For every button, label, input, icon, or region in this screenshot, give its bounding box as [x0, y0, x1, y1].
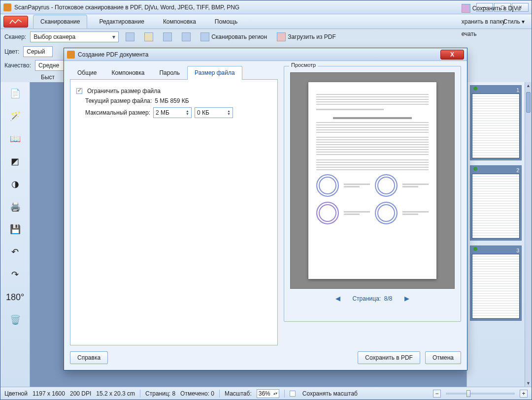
color-select[interactable]: Серый: [23, 46, 53, 57]
btn-save-folder-partial[interactable]: хранить в папку: [459, 15, 524, 28]
quality-label: Качество:: [4, 62, 31, 69]
status-bar: Цветной 1197 x 1600 200 DPI 15.2 x 20.3 …: [0, 387, 532, 400]
spinner-arrows-icon: ▲▼: [186, 110, 189, 116]
preview-area: [290, 72, 455, 289]
pager-prev-button[interactable]: ◀: [335, 295, 340, 302]
main-titlebar: ScanPapyrus - Потоковое сканирование в P…: [0, 0, 532, 14]
status-colormode: Цветной: [4, 390, 28, 397]
ribbon-tab-scan[interactable]: Сканирование: [33, 15, 87, 29]
tool-document[interactable]: 📄: [6, 86, 24, 101]
btn-print-label: ечать: [462, 31, 477, 37]
stamp-icon: [375, 202, 398, 224]
max-size-mb-value: 2 МБ: [156, 109, 169, 116]
dialog-right-column: Просмотр: [284, 66, 461, 345]
preview-document-page: [308, 82, 436, 279]
chevron-down-icon: [112, 33, 115, 40]
save-pdf-button-label: Сохранить в PDF: [365, 354, 413, 361]
tool-wand[interactable]: 🪄: [6, 109, 24, 123]
tool-scanner[interactable]: 🖨️: [6, 199, 24, 214]
thumb-page: [472, 174, 519, 238]
thumb-1[interactable]: 1: [470, 85, 522, 160]
status-dot-icon: [473, 167, 477, 171]
slider-knob[interactable]: [466, 390, 470, 397]
timer-icon: [182, 32, 191, 41]
zoom-in-button[interactable]: +: [520, 390, 528, 398]
ribbon-tab-help[interactable]: Помощь: [208, 15, 244, 28]
quality-select[interactable]: Средне: [35, 60, 65, 71]
thumb-3[interactable]: 3: [470, 246, 522, 321]
preview-group: Просмотр: [284, 66, 461, 322]
region-icon: [200, 32, 209, 41]
tool-book[interactable]: 📖: [6, 131, 24, 146]
btn-load-pdf[interactable]: Загрузить из PDF: [274, 31, 339, 42]
btn-small-1[interactable]: [123, 31, 137, 42]
zoom-value: 36%: [259, 390, 270, 397]
status-dot-icon: [473, 247, 477, 251]
tool-rotate-180[interactable]: 180°: [6, 290, 24, 305]
tool-rotate-left[interactable]: ↶: [6, 245, 24, 259]
tool-icon: [144, 32, 153, 41]
help-button[interactable]: Справка: [70, 351, 108, 364]
limit-size-checkbox[interactable]: ✓: [76, 88, 82, 94]
cancel-button[interactable]: Отмена: [425, 351, 461, 364]
help-button-label: Справка: [77, 354, 100, 361]
dialog-close-button[interactable]: X: [440, 50, 464, 60]
color-label: Цвет:: [4, 48, 19, 55]
keep-zoom-checkbox[interactable]: [290, 391, 296, 397]
stamp-icon: [316, 174, 339, 197]
max-size-mb-input[interactable]: 2 МБ ▲▼: [153, 107, 192, 118]
pager-label: Страница:: [352, 295, 381, 302]
thumbnail-strip: 1 2 3: [466, 82, 525, 387]
btn-small-3[interactable]: [160, 31, 175, 42]
status-dot-icon: [473, 87, 477, 91]
spinner-arrows-icon: ▲▼: [227, 110, 231, 116]
btn-save-djvu[interactable]: Сохранить в DjVu: [459, 1, 524, 15]
thumb-page: [472, 94, 519, 158]
tab-filesize[interactable]: Размер файла: [187, 66, 242, 80]
max-size-kb-input[interactable]: 0 КБ ▲▼: [195, 107, 233, 118]
ribbon-row-1: Сканер: Выбор сканера Сканировать регион…: [0, 29, 532, 45]
stamp-icon: [375, 174, 398, 197]
btn-print-partial[interactable]: ечать: [459, 28, 524, 40]
ribbon-tab-edit[interactable]: Редактирование: [92, 15, 151, 28]
btn-small-4[interactable]: [179, 31, 194, 42]
status-size-cm: 15.2 x 20.3 cm: [96, 390, 135, 397]
app-menu-button[interactable]: [3, 16, 28, 28]
status-resolution: 1197 x 1600: [33, 390, 65, 397]
scanner-select[interactable]: Выбор сканера: [30, 31, 119, 42]
color-value: Серый: [27, 48, 45, 55]
ribbon-tab-layout[interactable]: Компоновка: [156, 15, 203, 28]
scroll-down-icon[interactable]: ▼: [525, 380, 532, 387]
btn-save-djvu-label: Сохранить в DjVu: [472, 5, 521, 12]
pager-value: 8/8: [384, 295, 393, 302]
zoom-slider[interactable]: [446, 393, 515, 395]
btn-small-2[interactable]: [141, 31, 156, 42]
tool-save[interactable]: 💾: [6, 222, 24, 237]
thumb-index: 3: [472, 248, 519, 254]
keep-zoom-label: Сохранять масштаб: [302, 390, 358, 397]
zoom-out-button[interactable]: −: [433, 390, 441, 398]
ribbon-tabs: Сканирование Редактирование Компоновка П…: [0, 14, 532, 29]
thumb-2[interactable]: 2: [470, 165, 522, 241]
status-pages: Страниц: 8: [145, 390, 175, 397]
scroll-thumb[interactable]: [526, 92, 531, 113]
zoom-value-input[interactable]: 36% ▴▾: [257, 389, 279, 398]
thumb-scrollbar[interactable]: ▲ ▼: [525, 82, 532, 387]
tab-layout[interactable]: Компоновка: [104, 66, 152, 79]
pager-next-button[interactable]: ▶: [404, 295, 409, 302]
tool-crop[interactable]: ◩: [6, 154, 24, 169]
save-pdf-button[interactable]: Сохранить в PDF: [358, 351, 420, 364]
tab-general[interactable]: Общие: [70, 66, 104, 79]
dialog-left-column: Общие Компоновка Пароль Размер файла ✓ О…: [70, 66, 278, 345]
scanner-label: Сканер:: [4, 33, 26, 40]
scroll-up-icon[interactable]: ▲: [525, 82, 532, 89]
tool-delete[interactable]: 🗑️: [6, 312, 24, 327]
fast-mode-label: Быст: [41, 74, 55, 81]
btn-scan-region[interactable]: Сканировать регион: [198, 31, 270, 42]
thumb-index: 2: [472, 168, 519, 174]
tool-contrast[interactable]: ◑: [6, 177, 24, 191]
current-size-value: 5 МБ 859 КБ: [155, 97, 189, 104]
tool-rotate-right[interactable]: ↷: [6, 267, 24, 282]
preview-legend: Просмотр: [289, 62, 318, 68]
tab-password[interactable]: Пароль: [152, 66, 187, 79]
